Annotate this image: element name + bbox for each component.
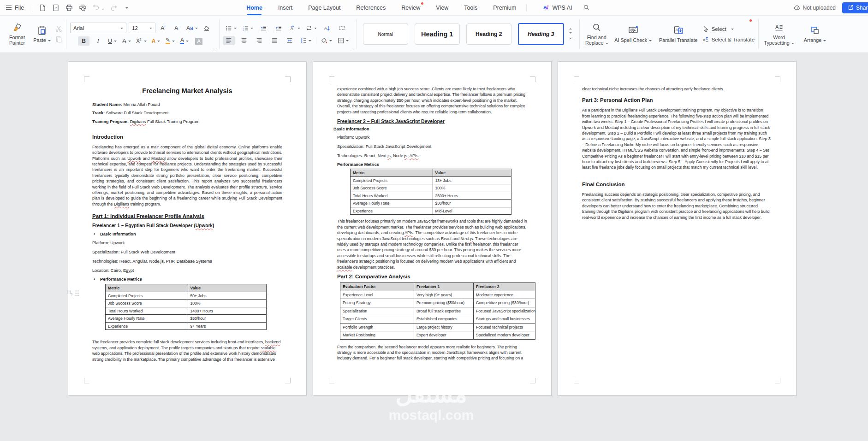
metrics-table-freelancer1[interactable]: MetricValueCompleted Projects50+ JobsJob… [105,284,267,330]
qat-more-chevron-icon[interactable] [125,7,128,10]
basic-information-label[interactable]: Basic Information [333,127,527,131]
superscript-button[interactable]: X2 [135,36,147,46]
part3-heading[interactable]: Part 3: Personal Action Plan [582,97,772,103]
part2-heading[interactable]: Part 2: Comparative Analysis [337,274,527,279]
parallel-translate-button[interactable]: Parallel Translate [656,18,701,50]
align-left-button[interactable] [223,36,235,45]
highlight-color-button[interactable]: ✎ [165,36,176,46]
ltr-rtl-button[interactable] [305,24,318,33]
gallery-scroll-up[interactable] [569,27,572,29]
justify-button[interactable] [269,36,280,45]
document-page-1[interactable]: Freelancing Market Analysis Student Name… [68,62,306,395]
wps-ai-button[interactable]: WPS AI [542,4,572,11]
increase-font-button[interactable]: A+ [158,24,169,33]
paste-button[interactable]: Paste [30,18,54,50]
bullet-list-button[interactable] [225,24,238,33]
borders-button[interactable] [337,36,350,45]
track-line[interactable]: Track: Software Full Stack Development [92,111,282,115]
decrease-indent-button[interactable] [258,24,269,33]
tab-home[interactable]: Home [246,0,262,15]
print-icon[interactable] [65,4,73,12]
show-marks-button[interactable] [337,24,348,33]
performance-metrics-label[interactable]: Performance Metrics [337,162,527,167]
share-button[interactable]: Share [842,2,868,13]
increase-indent-button[interactable] [273,24,285,33]
introduction-paragraph[interactable]: Freelancing has emerged as a majr compon… [92,144,282,207]
format-painter-button[interactable]: Format Painter [5,18,30,50]
line-spacing-button[interactable] [299,36,312,45]
document-canvas[interactable]: Freelancing Market Analysis Student Name… [0,53,868,441]
change-case-button[interactable]: Aa [185,24,199,33]
tab-tools[interactable]: Tools [464,0,477,15]
technologies-line[interactable]: Technologies: React, Angular, Node.js, P… [92,259,282,264]
platform-line[interactable]: Platform: Upwork [337,135,527,140]
search-icon[interactable] [583,4,590,11]
training-program-line[interactable]: Training Program: Digilians Full Stack T… [92,119,282,124]
file-menu[interactable]: File [0,5,30,11]
redo-icon[interactable] [110,4,118,12]
action-plan-paragraph[interactable]: As a participant in the Digilians Full S… [582,107,772,170]
font-family-select[interactable]: Arial [70,23,126,33]
italic-button[interactable]: I [92,36,104,46]
style-heading-3[interactable]: Heading 3 [518,23,564,45]
student-name-line[interactable]: Student Name: Menna Allah Fouad [92,102,282,107]
tab-page-layout[interactable]: Page Layout [308,0,340,15]
font-size-select[interactable]: 12 [129,23,155,33]
style-normal[interactable]: Normal [363,24,408,45]
basic-information-bullet[interactable]: Basic Information [92,232,282,236]
word-typesetting-button[interactable]: Word Typesetting [762,18,796,50]
document-title[interactable]: Freelancing Market Analysis [92,87,282,94]
drag-handle-icon[interactable] [75,289,79,296]
font-color-button[interactable]: A [179,36,190,46]
print-preview-icon[interactable] [79,4,86,12]
paragraph-group-expander[interactable] [351,48,353,51]
arrange-button[interactable]: Arrange [800,18,830,50]
underline-button[interactable]: U [107,36,118,46]
performance-metrics-bullet[interactable]: Performance Metrics [92,277,282,282]
page1-closing-paragraph[interactable]: The freelancer provides complete full st… [92,339,282,362]
specialization-line[interactable]: Specialization: Full Stack JavaScript De… [337,144,527,149]
page2-conclusion-paragraph[interactable]: From the comparison, the second freelanc… [337,344,527,361]
document-page-3[interactable]: clear technical niche increases the chan… [558,62,796,395]
location-line[interactable]: Location: Cairo, Egypt [92,268,282,273]
style-heading-1[interactable]: Heading 1 [415,24,460,45]
comparison-table[interactable]: Evaluation FactorFreelancer 1Freelancer … [340,282,535,340]
clear-format-button[interactable] [201,24,213,33]
technologies-line[interactable]: Technologies: React, Next.js, Node.js, A… [337,153,527,158]
bold-button[interactable]: B [78,36,89,46]
copy-icon[interactable] [55,36,62,43]
gallery-more-button[interactable] [569,37,573,41]
select-button[interactable]: Select [702,26,755,32]
freelancer2-heading[interactable]: Freelancer 2 – Full Stack JavaScript Dev… [337,118,527,124]
tab-view[interactable]: View [436,0,448,15]
platform-line[interactable]: Platform: Upwork [92,241,282,245]
tab-review[interactable]: Review [401,0,420,15]
specialization-line[interactable]: Specialization: Full Stack Web Developme… [92,250,282,254]
gallery-scroll-down[interactable] [569,32,572,35]
tab-references[interactable]: References [356,0,386,15]
part1-heading[interactable]: Part 1: Individual Freelancer Profile An… [92,213,282,219]
final-conclusion-paragraph[interactable]: Freelancing success depends on strategic… [582,192,772,220]
numbered-list-button[interactable] [241,24,254,33]
align-center-button[interactable] [238,36,250,45]
style-heading-2[interactable]: Heading 2 [466,24,511,45]
document-page-2[interactable]: experience combined with a high job succ… [313,62,551,395]
save-icon[interactable] [39,4,46,12]
font-group-expander[interactable] [214,48,216,51]
undo-button[interactable] [92,3,104,12]
tab-insert[interactable]: Insert [278,0,292,15]
shading-button[interactable] [320,36,333,45]
text-effects-button[interactable]: A [150,36,162,46]
select-translate-button[interactable]: Select & Translate [702,36,755,43]
sort-button[interactable] [321,24,333,33]
export-pdf-icon[interactable] [52,4,59,12]
upload-status[interactable]: Not uploaded [794,4,836,11]
introduction-heading[interactable]: Introduction [92,134,282,140]
align-right-button[interactable] [254,36,265,45]
ai-spell-check-button[interactable]: AI Spell Check [612,18,654,50]
page2-analysis-paragraph[interactable]: This freelancer focuses primarily on mod… [337,218,527,270]
tab-premium[interactable]: Premium [493,0,516,15]
cut-icon[interactable] [55,25,62,32]
decrease-font-button[interactable]: A− [172,24,183,33]
character-shading-button[interactable]: A [193,36,205,46]
